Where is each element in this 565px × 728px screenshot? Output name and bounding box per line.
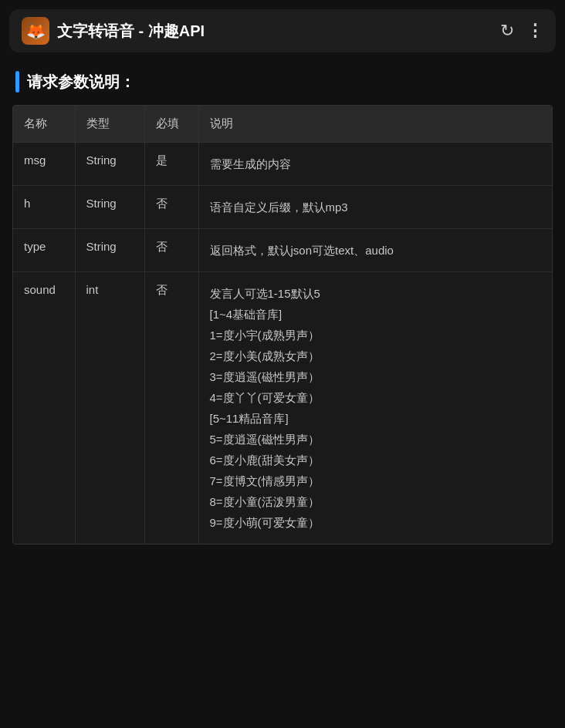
desc-line: [5~11精品音库] xyxy=(210,408,542,429)
desc-line: 9=度小萌(可爱女童） xyxy=(210,512,542,533)
desc-line: 返回格式，默认json可选text、audio xyxy=(210,240,542,261)
cell-name: sound xyxy=(13,272,75,544)
desc-line: 4=度丫丫(可爱女童） xyxy=(210,387,542,408)
desc-line: 5=度逍遥(磁性男声） xyxy=(210,429,542,450)
desc-line: 3=度逍遥(磁性男声） xyxy=(210,366,542,387)
cell-name: msg xyxy=(13,143,75,186)
desc-line: 语音自定义后缀，默认mp3 xyxy=(210,197,542,217)
header-desc: 说明 xyxy=(198,106,552,143)
table-row: msgString是需要生成的内容 xyxy=(13,143,552,186)
cell-type: String xyxy=(75,229,144,272)
desc-line: 7=度博文(情感男声） xyxy=(210,470,542,491)
table-row: typeString否返回格式，默认json可选text、audio xyxy=(13,229,552,272)
desc-line: 1=度小宇(成熟男声） xyxy=(210,325,542,345)
cell-desc: 需要生成的内容 xyxy=(198,143,552,186)
top-bar-left: 🦊 文字转语音 - 冲趣API xyxy=(22,17,205,45)
cell-name: type xyxy=(13,229,75,272)
desc-line: 需要生成的内容 xyxy=(210,153,542,174)
cell-desc: 发言人可选1-15默认5[1~4基础音库]1=度小宇(成熟男声）2=度小美(成熟… xyxy=(198,272,552,544)
header-name: 名称 xyxy=(13,106,75,143)
section-title: 请求参数说明： xyxy=(27,72,135,93)
app-title: 文字转语音 - 冲趣API xyxy=(57,21,205,42)
cell-required: 是 xyxy=(144,143,198,186)
cell-type: int xyxy=(75,272,144,544)
cell-desc: 语音自定义后缀，默认mp3 xyxy=(198,186,552,229)
top-bar: 🦊 文字转语音 - 冲趣API ↻ ⋮ xyxy=(9,9,556,52)
cell-type: String xyxy=(75,143,144,186)
section-heading: 请求参数说明： xyxy=(0,52,565,105)
refresh-icon[interactable]: ↻ xyxy=(500,21,514,41)
table-row: hString否语音自定义后缀，默认mp3 xyxy=(13,186,552,229)
cell-desc: 返回格式，默认json可选text、audio xyxy=(198,229,552,272)
desc-line: 2=度小美(成熟女声） xyxy=(210,345,542,366)
cell-required: 否 xyxy=(144,186,198,229)
app-icon: 🦊 xyxy=(22,17,49,45)
desc-line: 6=度小鹿(甜美女声） xyxy=(210,450,542,470)
cell-type: String xyxy=(75,186,144,229)
table-header-row: 名称 类型 必填 说明 xyxy=(13,106,552,143)
desc-line: 发言人可选1-15默认5 xyxy=(210,283,542,304)
cell-required: 否 xyxy=(144,272,198,544)
table-row: soundint否发言人可选1-15默认5[1~4基础音库]1=度小宇(成熟男声… xyxy=(13,272,552,544)
params-table-container: 名称 类型 必填 说明 msgString是需要生成的内容hString否语音自… xyxy=(12,105,553,544)
more-icon[interactable]: ⋮ xyxy=(526,21,543,41)
cell-required: 否 xyxy=(144,229,198,272)
top-bar-right: ↻ ⋮ xyxy=(500,21,543,41)
desc-line: [1~4基础音库] xyxy=(210,304,542,325)
params-table: 名称 类型 必填 说明 msgString是需要生成的内容hString否语音自… xyxy=(13,106,552,544)
cell-name: h xyxy=(13,186,75,229)
header-required: 必填 xyxy=(144,106,198,143)
desc-line: 8=度小童(活泼男童） xyxy=(210,491,542,512)
app-icon-emoji: 🦊 xyxy=(26,22,46,40)
header-type: 类型 xyxy=(75,106,144,143)
blue-accent-bar xyxy=(15,71,19,93)
